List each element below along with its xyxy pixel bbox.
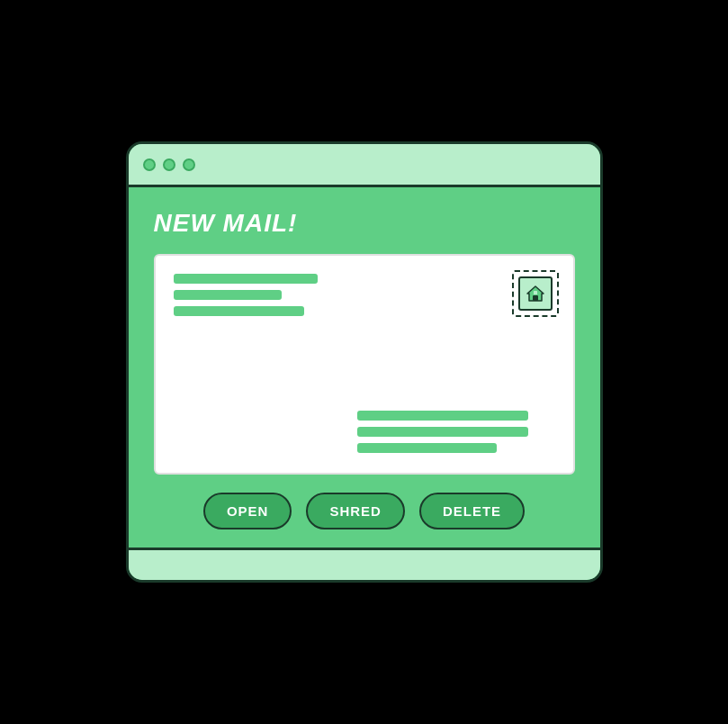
sender-address	[174, 274, 336, 316]
window-dot-1	[143, 158, 156, 171]
svg-rect-1	[533, 295, 538, 301]
window-dot-3	[183, 158, 195, 171]
stamp-inner	[518, 276, 553, 311]
house-icon	[526, 284, 545, 303]
app-window: NEW MAIL!	[126, 141, 603, 583]
shred-button[interactable]: SHRED	[306, 493, 405, 529]
address-line-2	[174, 290, 282, 300]
address-line-3	[174, 306, 304, 316]
window-body: NEW MAIL!	[129, 187, 600, 548]
window-dot-2	[163, 158, 175, 171]
stamp	[512, 270, 559, 317]
svg-rect-2	[534, 291, 537, 294]
window-footer	[129, 548, 600, 580]
recipient-line-2	[357, 427, 528, 437]
recipient-line-1	[357, 411, 528, 421]
address-line-1	[174, 274, 318, 284]
recipient-line-3	[357, 443, 497, 453]
open-button[interactable]: OPEN	[203, 493, 292, 529]
title-bar	[129, 144, 600, 187]
envelope	[154, 254, 575, 475]
recipient-address	[357, 411, 537, 453]
action-buttons: OPEN SHRED DELETE	[154, 493, 575, 529]
mail-title: NEW MAIL!	[154, 209, 575, 238]
delete-button[interactable]: DELETE	[419, 493, 525, 529]
